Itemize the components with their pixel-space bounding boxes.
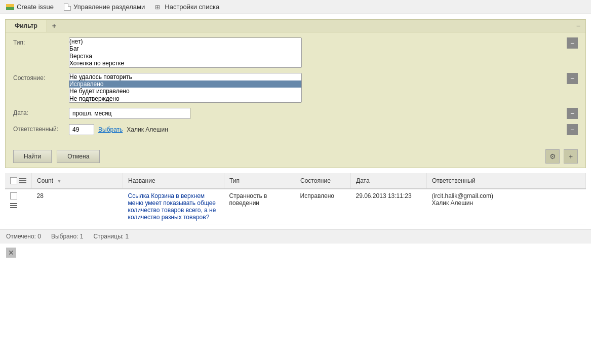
filter-body: Тип: (нет) Баг Верстка Хотелка по верстк… <box>6 32 585 145</box>
settings-icon: ⊞ <box>155 4 162 11</box>
date-remove-button[interactable]: − <box>567 108 578 119</box>
filter-panel: Фильтр + − Тип: (нет) Баг Верстка Хотелк… <box>5 19 586 168</box>
flag-icon <box>6 4 14 10</box>
responsible-id-input[interactable] <box>69 124 94 135</box>
responsible-remove-button[interactable]: − <box>567 124 578 135</box>
row-check-cell <box>5 189 32 224</box>
row-responsible: (ircit.halik@gmail.com) Халик Алешин <box>427 189 586 224</box>
type-option-bug[interactable]: Баг <box>69 45 301 52</box>
minimize-icon: − <box>576 22 580 30</box>
filter-tabs: Фильтр + − <box>6 20 585 32</box>
marked-count: Отмечено: 0 <box>6 233 41 240</box>
responsible-name: Халик Алешин <box>127 126 168 133</box>
sort-arrow-icon: ▼ <box>57 179 61 184</box>
cancel-button[interactable]: Отмена <box>57 150 100 163</box>
row-menu-icon[interactable] <box>10 203 27 208</box>
responsible-choose-link[interactable]: Выбрать <box>98 126 123 133</box>
count-label: Count <box>37 177 53 184</box>
minimize-filter-button[interactable]: − <box>571 20 585 31</box>
type-option-wish[interactable]: Хотелка по верстке <box>69 60 301 67</box>
status-option-cant-repeat[interactable]: Не удалось повторить <box>69 73 301 80</box>
row-status: Исправлено <box>295 189 351 224</box>
responsible-person: Халик Алешин <box>432 199 581 207</box>
filter-add-button[interactable]: + <box>564 149 578 164</box>
row-count: 28 <box>32 189 123 224</box>
status-remove-button[interactable]: − <box>567 73 578 84</box>
status-option-wont-fix[interactable]: Не будет исправлено <box>69 88 301 95</box>
header-check <box>5 173 32 189</box>
header-date: Дата <box>351 173 427 189</box>
type-option-layout[interactable]: Верстка <box>69 53 301 60</box>
gear-icon: ⚙ <box>549 152 556 160</box>
responsible-col-label: Ответственный <box>432 177 476 184</box>
top-toolbar: Create issue Управление разделами ⊞ Наст… <box>0 0 591 14</box>
status-control: Не удалось повторить Исправлено Не будет… <box>69 73 563 103</box>
filter-tab-label: Фильтр <box>15 22 37 29</box>
filter-actions: Найти Отмена ⚙ + <box>6 145 585 168</box>
filter-date-row: Дата: − <box>13 108 578 119</box>
select-all-checkbox[interactable] <box>10 177 17 184</box>
table-header: Count ▼ Название Тип Состояние Дата Отве… <box>5 173 586 189</box>
filter-settings-button[interactable]: ⚙ <box>545 149 560 164</box>
type-select[interactable]: (нет) Баг Верстка Хотелка по верстке <box>69 37 302 68</box>
header-name: Название <box>123 173 224 189</box>
filter-tab-active[interactable]: Фильтр <box>6 20 47 32</box>
header-status: Состояние <box>295 173 351 189</box>
date-label: Дата: <box>13 108 69 116</box>
status-option-unconfirmed[interactable]: Не подтверждено <box>69 95 301 102</box>
header-type: Тип <box>224 173 295 189</box>
filter-type-row: Тип: (нет) Баг Верстка Хотелка по верстк… <box>13 37 578 68</box>
add-filter-tab-button[interactable]: + <box>47 20 61 31</box>
pages-count: Страницы: 1 <box>93 233 129 240</box>
responsible-email: (ircit.halik@gmail.com) <box>432 192 581 199</box>
row-date: 29.06.2013 13:11:23 <box>351 189 427 224</box>
status-col-label: Состояние <box>300 177 331 184</box>
row-name[interactable]: Ссылка Корзина в верхнем меню умеет пока… <box>123 189 224 224</box>
status-select[interactable]: Не удалось повторить Исправлено Не будет… <box>69 73 302 103</box>
delete-button[interactable]: ✕ <box>6 248 16 258</box>
header-menu-icon[interactable] <box>19 178 26 183</box>
manage-sections-button[interactable]: Управление разделами <box>64 3 145 11</box>
filter-status-row: Состояние: Не удалось повторить Исправле… <box>13 73 578 103</box>
type-remove-button[interactable]: − <box>567 37 578 49</box>
bottom-bar: ✕ <box>0 243 591 262</box>
type-label: Тип: <box>13 37 69 46</box>
status-bar: Отмечено: 0 Выбрано: 1 Страницы: 1 <box>0 229 591 243</box>
header-count[interactable]: Count ▼ <box>32 173 123 189</box>
row-type: Странность в поведении <box>224 189 295 224</box>
header-check-wrapper <box>10 177 26 184</box>
filter-responsible-row: Ответственный: Выбрать Халик Алешин − <box>13 124 578 135</box>
list-settings-label: Настройки списка <box>165 3 219 11</box>
header-responsible: Ответственный <box>427 173 586 189</box>
status-label: Состояние: <box>13 73 69 82</box>
main-content: Фильтр + − Тип: (нет) Баг Верстка Хотелк… <box>0 14 591 229</box>
table-header-row: Count ▼ Название Тип Состояние Дата Отве… <box>5 173 586 189</box>
create-issue-label: Create issue <box>17 3 54 11</box>
table-row: 28 Ссылка Корзина в верхнем меню умеет п… <box>5 189 586 224</box>
status-option-fixed[interactable]: Исправлено <box>69 80 301 88</box>
responsible-control: Выбрать Халик Алешин <box>69 124 563 135</box>
manage-sections-label: Управление разделами <box>73 3 145 11</box>
filter-action-icons: ⚙ + <box>545 149 578 164</box>
table-body: 28 Ссылка Корзина в верхнем меню умеет п… <box>5 189 586 224</box>
date-input[interactable] <box>69 108 190 119</box>
delete-icon: ✕ <box>8 249 14 257</box>
date-col-label: Дата <box>356 177 370 184</box>
type-control: (нет) Баг Верстка Хотелка по верстке <box>69 37 563 68</box>
add-tab-icon: + <box>52 22 56 30</box>
data-table: Count ▼ Название Тип Состояние Дата Отве… <box>5 173 586 224</box>
responsible-label: Ответственный: <box>13 124 69 133</box>
type-col-label: Тип <box>229 177 240 184</box>
doc-icon <box>64 4 71 11</box>
plus-icon: + <box>569 152 573 160</box>
selected-count: Выбрано: 1 <box>51 233 84 240</box>
row-checkbox[interactable] <box>10 192 17 199</box>
list-settings-button[interactable]: ⊞ Настройки списка <box>155 3 219 11</box>
create-issue-button[interactable]: Create issue <box>6 3 54 11</box>
date-control <box>69 108 563 119</box>
name-label: Название <box>128 177 155 184</box>
find-button[interactable]: Найти <box>13 150 52 163</box>
type-option-none[interactable]: (нет) <box>69 38 301 45</box>
